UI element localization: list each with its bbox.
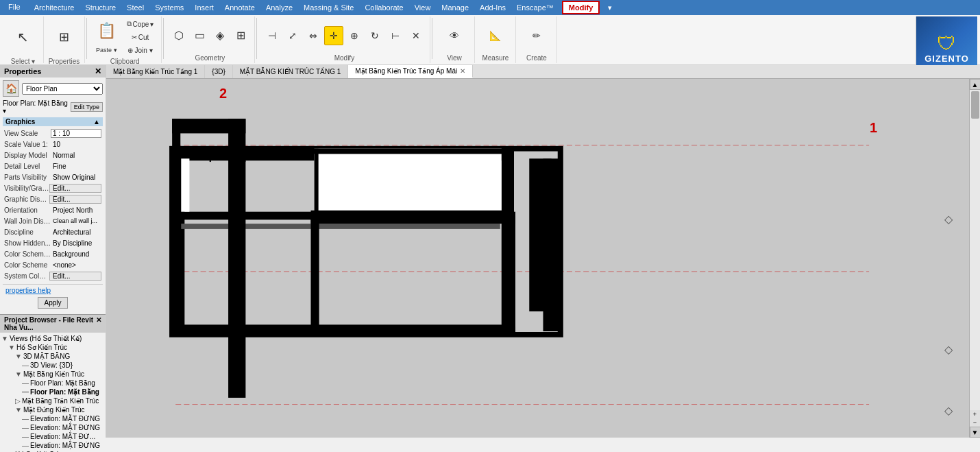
tab-3d[interactable]: {3D} bbox=[205, 65, 232, 78]
main-layout: Properties ✕ 🏠 Floor Plan Floor Plan: Mặ… bbox=[0, 65, 980, 438]
scroll-track bbox=[970, 90, 980, 410]
tree-elev4[interactable]: — Elevation: MẶT ĐỨNG bbox=[1, 441, 104, 450]
ribbon-group-properties: ⊞ Properties bbox=[44, 16, 85, 63]
join-button[interactable]: ⊕ Join ▾ bbox=[123, 44, 158, 56]
modify-label: Modify bbox=[334, 54, 354, 62]
delete-button[interactable]: ✕ bbox=[406, 26, 426, 45]
properties-close-button[interactable]: ✕ bbox=[95, 67, 101, 76]
tree-elev2[interactable]: — Elevation: MẶT ĐỨNG bbox=[1, 423, 104, 432]
tab-close-button[interactable]: ✕ bbox=[460, 67, 465, 75]
rotate-button[interactable]: ↻ bbox=[365, 26, 384, 45]
canvas-area[interactable]: 1 2 ◇ ◇ ◇ ▲ + − ▼ bbox=[106, 79, 980, 438]
delete-icon: ✕ bbox=[412, 30, 420, 41]
move-button[interactable]: ✛ bbox=[324, 26, 343, 45]
tree-3d-view[interactable]: — 3D View: {3D} bbox=[1, 361, 104, 370]
menu-systems[interactable]: Systems bbox=[149, 2, 189, 13]
zoom-out-button[interactable]: − bbox=[972, 418, 977, 427]
tree-3d-mat-bang[interactable]: ▼ 3D MẶT BẰNG bbox=[1, 352, 104, 361]
browser-tree: ▼ Views (Hồ Sơ Thiết Kế) ▼ Hồ Sơ Kiến Tr… bbox=[0, 333, 106, 452]
menu-massing[interactable]: Massing & Site bbox=[298, 2, 359, 13]
menu-steel[interactable]: Steel bbox=[121, 2, 149, 13]
floor-plan-select[interactable]: Floor Plan bbox=[22, 83, 103, 95]
menu-view[interactable]: View bbox=[409, 2, 437, 13]
join-icon: ⊕ bbox=[127, 47, 133, 54]
svg-rect-15 bbox=[315, 149, 319, 215]
align-button[interactable]: ⊣ bbox=[262, 26, 282, 45]
menu-insert[interactable]: Insert bbox=[189, 2, 219, 13]
geometry-btn1[interactable]: ⬡ bbox=[169, 26, 188, 45]
tab-tang-ap-mai[interactable]: Mặt Bằng Kiến Trúc Tầng Áp Mái ✕ bbox=[348, 65, 473, 78]
browser-close[interactable]: ✕ bbox=[96, 316, 101, 331]
offset-button[interactable]: ⤢ bbox=[283, 26, 302, 45]
graphic-disp-edit-button[interactable]: Edit... bbox=[49, 195, 101, 204]
properties-help-link[interactable]: properties help bbox=[3, 285, 53, 296]
apply-button[interactable]: Apply bbox=[38, 297, 67, 309]
geometry-btn4[interactable]: ⊞ bbox=[231, 26, 250, 45]
diamond-marker-2: ◇ bbox=[944, 343, 953, 356]
prop-orientation: Orientation Project North bbox=[3, 204, 103, 215]
create-buttons: ✏ bbox=[527, 18, 546, 53]
tree-floor-plan1[interactable]: — Floor Plan: Mặt Bằng bbox=[1, 379, 104, 388]
select-button[interactable]: ↖ bbox=[14, 18, 33, 56]
tree-elev3[interactable]: — Elevation: MẶT ĐỨ... bbox=[1, 432, 104, 441]
prop-show-hidden: Show Hidden... By Discipline bbox=[3, 237, 103, 248]
menu-enscape[interactable]: Enscape™ bbox=[511, 2, 559, 13]
tree-elev1[interactable]: — Elevation: MẶT ĐỨNG bbox=[1, 414, 104, 423]
geometry-btn3[interactable]: ◈ bbox=[210, 26, 230, 45]
graphics-collapse[interactable]: ▲ bbox=[93, 118, 100, 126]
tree-mat-dung[interactable]: ▼ Mặt Đứng Kiến Trúc bbox=[1, 405, 104, 414]
menu-structure[interactable]: Structure bbox=[79, 2, 121, 13]
svg-rect-5 bbox=[502, 149, 514, 215]
scroll-down-button[interactable]: ▼ bbox=[970, 427, 981, 438]
move-icon: ✛ bbox=[330, 30, 338, 41]
edit-type-button[interactable]: Edit Type bbox=[71, 102, 103, 112]
select-buttons: ↖ bbox=[14, 18, 33, 56]
view-label: View bbox=[447, 54, 462, 62]
svg-rect-14 bbox=[315, 149, 502, 215]
tree-views[interactable]: ▼ Views (Hồ Sơ Thiết Kế) bbox=[1, 334, 104, 343]
measure-btn[interactable]: 📐 bbox=[486, 26, 505, 45]
tree-mat-bang-kien-truc[interactable]: ▼ Mặt Bằng Kiến Trúc bbox=[1, 370, 104, 379]
trim-button[interactable]: ⊢ bbox=[386, 26, 405, 45]
menu-manage[interactable]: Manage bbox=[436, 2, 474, 13]
tab-tang1[interactable]: Mặt Bằng Kiến Trúc Tầng 1 bbox=[106, 65, 205, 78]
scroll-up-button[interactable]: ▲ bbox=[970, 79, 981, 90]
system-color-edit-button[interactable]: Edit... bbox=[49, 272, 101, 281]
prop-display-model: Display Model Normal bbox=[3, 150, 103, 160]
zoom-in-button[interactable]: + bbox=[972, 410, 977, 418]
menu-architecture[interactable]: Architecture bbox=[29, 2, 80, 13]
svg-rect-22 bbox=[172, 119, 180, 324]
copy-modify-button[interactable]: ⊕ bbox=[345, 26, 364, 45]
create-btn[interactable]: ✏ bbox=[527, 26, 546, 45]
tree-ho-so-kien-truc[interactable]: ▼ Hồ Sơ Kiến Trúc bbox=[1, 343, 104, 352]
ribbon-group-measure: 📐 Measure bbox=[475, 16, 516, 63]
ribbon-content: ↖ Select ▾ ⊞ Properties 📋 bbox=[0, 15, 980, 64]
mirror-button[interactable]: ⇔ bbox=[304, 26, 323, 45]
tree-mat-bang-tran[interactable]: ▷ Mặt Bằng Trần Kiến Trúc bbox=[1, 396, 104, 405]
copy-button[interactable]: ⧉ Cope ▾ bbox=[123, 18, 158, 30]
properties-button[interactable]: ⊞ bbox=[55, 18, 74, 56]
paste-button[interactable]: 📋 bbox=[94, 19, 119, 43]
geometry-btn2[interactable]: ▭ bbox=[190, 26, 209, 45]
geometry-icon1: ⬡ bbox=[174, 29, 184, 42]
menu-analyze[interactable]: Analyze bbox=[260, 2, 298, 13]
tree-floor-plan2[interactable]: — Floor Plan: Mặt Bằng bbox=[1, 388, 104, 396]
menu-options[interactable]: ▾ bbox=[602, 2, 617, 14]
menu-addins[interactable]: Add-Ins bbox=[474, 2, 511, 13]
view-btn[interactable]: 👁 bbox=[445, 26, 464, 45]
prop-scale-value: Scale Value 1: 10 bbox=[3, 139, 103, 150]
visibility-edit-button[interactable]: Edit... bbox=[49, 184, 101, 193]
tab-mat-bang-upper[interactable]: MẶT BẰNG KIẾN TRÚC TẦNG 1 bbox=[233, 65, 349, 78]
copy-icon: ⧉ bbox=[127, 20, 132, 28]
menu-annotate[interactable]: Annotate bbox=[219, 2, 260, 13]
paste-dropdown[interactable]: Paste ▾ bbox=[93, 44, 121, 56]
menu-collaborate[interactable]: Collaborate bbox=[359, 2, 408, 13]
diamond-marker-1: ◇ bbox=[944, 213, 953, 226]
svg-rect-24 bbox=[311, 216, 319, 332]
cut-button[interactable]: ✂ Cut bbox=[123, 31, 158, 43]
menu-modify[interactable]: Modify bbox=[562, 1, 600, 14]
scroll-thumb[interactable] bbox=[971, 91, 979, 119]
file-tab[interactable]: File bbox=[0, 0, 29, 15]
ribbon-group-view: 👁 View bbox=[434, 16, 475, 63]
svg-rect-28 bbox=[543, 158, 563, 331]
